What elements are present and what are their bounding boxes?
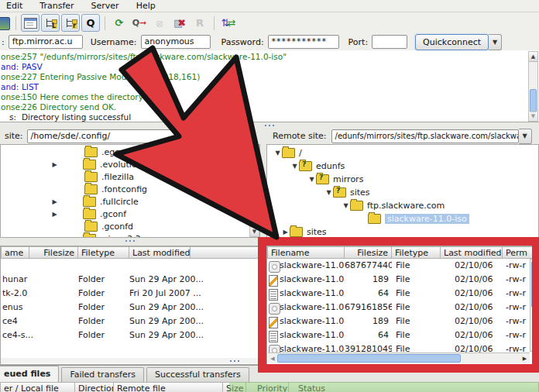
menu-server[interactable]: Server (91, 1, 119, 11)
vertical-splitter[interactable] (260, 128, 266, 365)
file-row[interactable]: slackware-11.0-in...64File02/10/06-rw-r (267, 287, 538, 301)
message-log-toggle-button[interactable] (21, 14, 39, 32)
expander-open-icon[interactable]: ▼ (273, 150, 282, 156)
scroll-right-icon[interactable]: ▶ (520, 356, 530, 362)
checksum-file-icon (269, 331, 278, 342)
disconnect-button[interactable]: ▨✖ (170, 14, 189, 32)
file-row[interactable]: slackware-11.0-in...189File02/10/06-rw-r (267, 315, 538, 328)
tree-item-selected[interactable]: slackware-11.0-iso (267, 212, 538, 225)
local-treeview-toggle-button[interactable]: L (41, 14, 60, 32)
file-row[interactable]: slackware-11.0-in...3912810496File02/10/… (267, 342, 538, 353)
tree-item[interactable]: ▶.fullcircle (1, 195, 259, 208)
menu-edit[interactable]: Edit (6, 1, 22, 11)
file-row[interactable]: ce4-s...FolderSun 29 Apr 200... (1, 328, 259, 342)
site-manager-icon[interactable] (0, 15, 10, 31)
file-row[interactable]: tk-2.0FolderFri 20 Jul 2007 ... (1, 287, 259, 301)
directory-comparison-button[interactable]: ⇅⇄ (219, 14, 238, 32)
log-scrollbar-thumb[interactable] (530, 89, 537, 112)
tree-item[interactable]: ▼?mirrors (267, 173, 538, 186)
tree-item[interactable]: ▶.evolution (1, 158, 259, 170)
tree-item[interactable]: ▶sites (267, 225, 538, 239)
local-pane-splitter[interactable] (0, 238, 260, 244)
remote-site-dropdown[interactable]: ▼ (519, 129, 532, 144)
file-row[interactable] (1, 259, 259, 273)
menu-transfer[interactable]: Transfer (39, 1, 74, 11)
port-input[interactable] (372, 35, 407, 49)
tab-successful-transfers[interactable]: Successful transfers (146, 367, 249, 382)
expander-closed-icon[interactable]: ▶ (50, 211, 59, 218)
local-site-input[interactable]: /home/sde/.config/ (27, 129, 235, 143)
expander-closed-icon[interactable]: ▶ (281, 229, 290, 236)
tree-item[interactable]: .eggcups (1, 146, 259, 158)
column-header-local-file[interactable]: er / Local file (0, 382, 75, 392)
file-row[interactable]: slackware-11.0-in...189File02/10/06-rw-r (267, 273, 538, 287)
column-header-priority[interactable]: Priority (246, 382, 289, 392)
tree-item[interactable]: ▼?edunfs (267, 160, 538, 173)
queue-toggle-button[interactable]: Q (81, 14, 100, 32)
expander-open-icon[interactable]: ▼ (324, 189, 333, 196)
column-header-lastmodified[interactable]: Last modified (441, 246, 503, 259)
remote-list-vscrollbar[interactable] (530, 259, 537, 352)
scroll-up-icon[interactable]: ▲ (250, 146, 259, 156)
local-site-dropdown[interactable]: ▼ (235, 129, 248, 144)
username-input[interactable]: anonymous (141, 35, 211, 49)
column-header-filetype[interactable]: Filetype (78, 246, 129, 259)
tree-item[interactable]: .fontconfig (1, 183, 259, 195)
tree-item[interactable]: .filezilla (1, 170, 259, 183)
expander-closed-icon[interactable]: ▶ (50, 161, 59, 168)
tree-item[interactable]: .gconfd (1, 220, 259, 232)
menu-help[interactable]: Help (136, 1, 156, 11)
quickconnect-dropdown-button[interactable]: ▼ (489, 34, 502, 50)
column-header-remote-file[interactable]: Remote file (114, 382, 223, 392)
tree-item[interactable]: ▼/ (267, 146, 538, 160)
host-input[interactable]: ftp.mirror.ac.u (9, 35, 83, 49)
column-header-permissions[interactable]: Perm (503, 246, 538, 259)
column-header-filesize[interactable]: Filesize (29, 246, 78, 259)
tree-item[interactable]: ▶.gimp-2.3 (1, 232, 259, 238)
tree-item[interactable]: ▶.gconf (1, 208, 259, 220)
column-header-filename[interactable]: Filename (267, 246, 345, 259)
process-queue-button[interactable]: Q➞ (130, 14, 149, 32)
remote-site-input[interactable]: /edunfs/mirrors/sites/ftp.slackware.com/… (331, 129, 519, 143)
file-row[interactable]: slackware-11.0-in...687677440File02/10/0… (267, 259, 538, 273)
scroll-down-icon[interactable]: ▼ (250, 226, 259, 236)
expander-open-icon[interactable]: ▼ (290, 163, 299, 170)
scrollbar-thumb[interactable] (531, 261, 536, 308)
local-list-hscrollbar[interactable] (1, 358, 259, 363)
tab-queued-files[interactable]: eued files (0, 366, 59, 382)
column-header-size[interactable]: Size (223, 382, 246, 392)
expander-closed-icon[interactable]: ▶ (50, 198, 59, 205)
log-scrollbar[interactable]: ▲ ▼ (528, 51, 538, 122)
column-header-filetype[interactable]: Filetype (392, 246, 441, 259)
folder-icon (84, 147, 98, 157)
column-header-filename[interactable]: ame (1, 246, 29, 259)
column-header-direction[interactable]: Direction (75, 382, 114, 392)
refresh-button[interactable]: ⟳ (110, 14, 129, 32)
scrollbar-thumb[interactable] (251, 156, 258, 189)
scroll-down-icon[interactable]: ▼ (529, 111, 537, 121)
tree-item[interactable]: ▼?sites (267, 186, 538, 199)
file-row[interactable]: slackware-11.0-in...64File02/10/06-rw-r (267, 328, 538, 342)
password-input[interactable]: *********** (268, 35, 339, 49)
scroll-left-icon[interactable]: ◀ (268, 356, 277, 362)
expander-open-icon[interactable]: ▼ (307, 176, 316, 183)
local-tree-scrollbar[interactable]: ▲ ▼ (249, 145, 259, 237)
hscrollbar-thumb[interactable] (277, 354, 461, 363)
file-row[interactable]: hunarFolderSun 29 Apr 200... (1, 273, 259, 287)
file-row[interactable]: slackware-11.0-in...679161856File02/10/0… (267, 301, 538, 315)
tab-failed-transfers[interactable]: Failed transfers (61, 367, 144, 382)
column-header-filesize[interactable]: Filesize (345, 246, 392, 259)
tree-item[interactable]: ▼ftp.slackware.com (267, 199, 538, 212)
file-row[interactable]: ce4FolderSun 29 Apr 200... (1, 315, 259, 328)
quickconnect-button[interactable]: Quickconnect (415, 34, 489, 50)
cancel-operation-button[interactable]: ⦻ (150, 14, 169, 32)
expander-open-icon[interactable]: ▼ (342, 202, 350, 209)
remote-treeview-toggle-button[interactable]: r (61, 14, 80, 32)
remote-list-hscrollbar[interactable]: ◀ ▶ (268, 352, 530, 363)
column-header-status[interactable]: Status (289, 382, 539, 392)
column-header-lastmodified[interactable]: Last modified (129, 246, 191, 259)
file-row[interactable]: enusFolderSun 29 Apr 200... (1, 301, 259, 315)
reconnect-button[interactable]: R (191, 14, 209, 32)
scroll-up-icon[interactable]: ▲ (529, 52, 537, 62)
horizontal-splitter[interactable] (0, 122, 539, 128)
